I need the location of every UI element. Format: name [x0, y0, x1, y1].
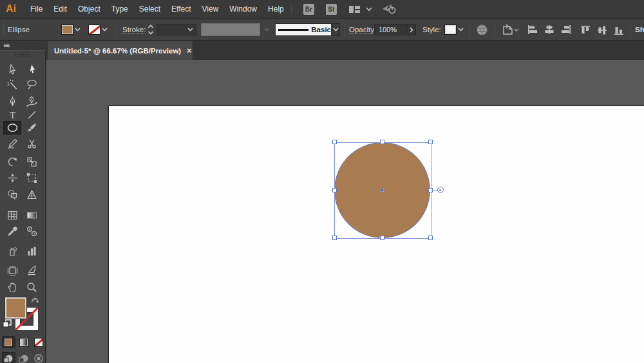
stock-button[interactable]: St	[326, 4, 337, 15]
chevron-down-icon[interactable]	[366, 7, 372, 11]
live-shape-widget-dot	[439, 189, 441, 191]
selection-handle-s[interactable]	[380, 236, 384, 240]
menu-item-help[interactable]: Help	[268, 0, 284, 19]
draw-behind-button[interactable]	[17, 352, 30, 363]
collapse-icon: ««	[3, 41, 9, 49]
selection-handle-n[interactable]	[380, 140, 384, 144]
style-swatch[interactable]	[444, 24, 457, 35]
hand-tool[interactable]	[3, 281, 21, 294]
fill-color-swatch[interactable]	[61, 24, 73, 35]
width-tool[interactable]	[3, 171, 21, 185]
zoom-tool[interactable]	[23, 281, 41, 294]
stroke-weight-stepper[interactable]	[147, 19, 155, 40]
rotate-tool[interactable]	[3, 155, 21, 169]
free-transform-tool[interactable]	[23, 171, 41, 185]
stroke-weight-dropdown[interactable]	[156, 19, 196, 40]
column-graph-tool[interactable]	[23, 245, 41, 258]
recolor-artwork-button[interactable]	[476, 19, 488, 40]
line-segment-tool[interactable]	[23, 108, 41, 122]
artboard-tool[interactable]	[3, 264, 21, 277]
perspective-grid-tool[interactable]	[23, 188, 41, 201]
tools-collapse-button[interactable]: ««	[0, 41, 46, 50]
align-left-button[interactable]	[527, 19, 538, 40]
style-label: Style:	[422, 26, 441, 33]
brush-definition-dropdown[interactable]: Basic	[275, 19, 340, 40]
blend-tool[interactable]	[23, 225, 41, 238]
brush-chevron-icon[interactable]	[332, 23, 340, 36]
tools-panel-grip[interactable]	[15, 53, 31, 57]
opacity-expand-button[interactable]	[407, 24, 416, 35]
menu-item-file[interactable]: File	[30, 0, 43, 19]
direct-selection-tool[interactable]	[23, 62, 41, 76]
align-top-button[interactable]	[580, 19, 591, 40]
none-mode-button[interactable]	[32, 336, 46, 348]
menu-item-type[interactable]: Type	[111, 0, 128, 19]
workspace-switcher-icon[interactable]	[348, 5, 361, 14]
width-profile-dropdown	[201, 19, 270, 40]
bridge-button[interactable]: Br	[303, 4, 314, 15]
stroke-color-swatch[interactable]	[88, 24, 100, 35]
document-tab[interactable]: Untitled-5* @ 66.67% (RGB/Preview) ×	[48, 41, 193, 60]
style-dropdown[interactable]	[444, 19, 465, 40]
menu-item-object[interactable]: Object	[78, 0, 100, 19]
shaper-tool[interactable]	[3, 137, 21, 151]
opacity-field[interactable]: 100%	[374, 19, 416, 40]
color-mode-button[interactable]	[2, 336, 15, 348]
stroke-panel-link[interactable]: Stroke:	[122, 26, 146, 34]
selection-handle-sw[interactable]	[332, 236, 337, 240]
align-right-button[interactable]	[560, 19, 571, 40]
lasso-tool[interactable]	[23, 78, 41, 91]
gradient-tool[interactable]	[23, 209, 41, 222]
slice-tool[interactable]	[23, 264, 41, 277]
shape-builder-tool[interactable]	[3, 188, 21, 201]
gradient-mode-button[interactable]	[17, 336, 30, 348]
tools-panel: T	[0, 50, 46, 363]
canvas-pasteboard[interactable]	[46, 60, 644, 363]
menu-item-effect[interactable]: Effect	[171, 0, 191, 19]
align-h-center-button[interactable]	[544, 19, 554, 40]
tab-close-icon[interactable]: ×	[187, 47, 191, 55]
type-tool[interactable]: T	[3, 108, 21, 122]
fill-chevron-icon[interactable]	[73, 24, 82, 35]
mesh-tool[interactable]	[3, 209, 21, 222]
menu-item-window[interactable]: Window	[229, 0, 257, 19]
stroke-chevron-icon[interactable]	[100, 24, 109, 35]
opacity-panel-link[interactable]: Opacity:	[349, 26, 376, 34]
ellipse-tool[interactable]	[3, 121, 21, 135]
selection-center-point[interactable]	[381, 189, 384, 192]
symbol-sprayer-tool[interactable]	[3, 245, 21, 258]
curvature-tool[interactable]	[23, 95, 41, 108]
selection-handle-se[interactable]	[428, 236, 433, 240]
selection-handle-ne[interactable]	[428, 140, 433, 144]
sync-status-icon[interactable]	[381, 3, 398, 15]
brush-name: Basic	[311, 26, 331, 33]
swap-fill-stroke-icon[interactable]	[30, 295, 39, 307]
app-logo[interactable]: Ai	[6, 3, 16, 15]
magic-wand-tool[interactable]	[3, 78, 21, 91]
selection-handle-w[interactable]	[332, 188, 337, 192]
pen-tool[interactable]	[3, 95, 21, 108]
align-v-center-button[interactable]	[597, 19, 608, 40]
selection-tool[interactable]	[3, 62, 21, 76]
none-chip	[34, 338, 43, 347]
isolate-object-button[interactable]	[501, 19, 520, 40]
draw-normal-button[interactable]	[2, 352, 15, 363]
fill-color-control[interactable]	[61, 19, 82, 40]
menu-item-select[interactable]: Select	[139, 0, 160, 19]
align-bottom-button[interactable]	[614, 19, 625, 40]
style-chevron-icon[interactable]	[457, 24, 465, 35]
menubar-separator	[291, 4, 292, 14]
draw-inside-button[interactable]	[32, 352, 46, 363]
fill-swatch-control[interactable]	[5, 297, 27, 319]
menu-item-edit[interactable]: Edit	[53, 0, 67, 19]
opacity-value: 100%	[379, 26, 397, 33]
menu-item-view[interactable]: View	[202, 0, 219, 19]
stroke-color-control[interactable]	[88, 19, 109, 40]
selection-handle-nw[interactable]	[332, 140, 337, 144]
scissors-tool[interactable]	[23, 137, 41, 151]
paintbrush-tool[interactable]	[23, 121, 41, 135]
menu-bar: Ai FileEditObjectTypeSelectEffectViewWin…	[0, 0, 644, 19]
eyedropper-tool[interactable]	[3, 225, 21, 238]
scale-tool[interactable]	[23, 155, 41, 169]
default-fill-stroke-icon[interactable]	[3, 319, 12, 331]
